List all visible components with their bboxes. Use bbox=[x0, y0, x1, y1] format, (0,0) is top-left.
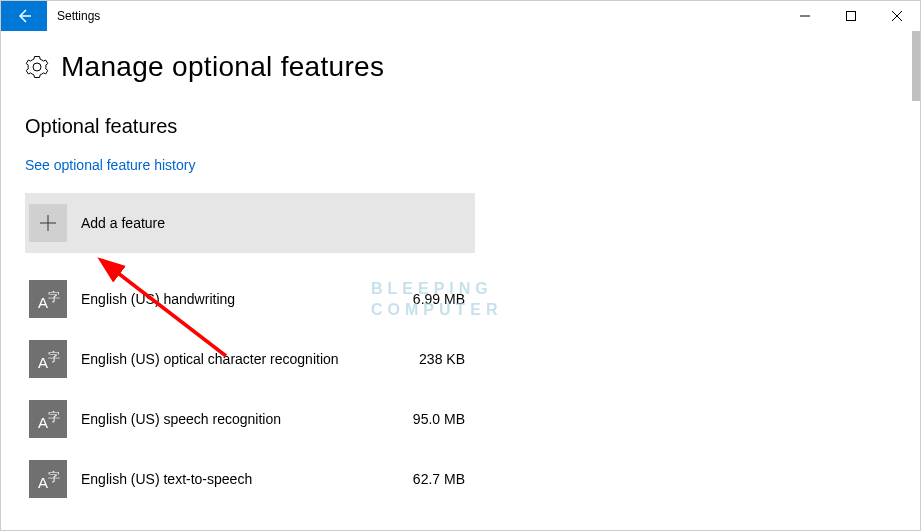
section-title: Optional features bbox=[25, 115, 896, 138]
language-icon: A字 bbox=[29, 340, 67, 378]
page-title: Manage optional features bbox=[61, 51, 384, 83]
language-icon: A字 bbox=[29, 460, 67, 498]
add-feature-label: Add a feature bbox=[81, 215, 165, 231]
feature-row[interactable]: A字 English (US) optical character recogn… bbox=[25, 329, 475, 389]
svg-text:字: 字 bbox=[48, 290, 60, 304]
titlebar: Settings bbox=[1, 1, 920, 31]
language-icon: A字 bbox=[29, 280, 67, 318]
feature-row[interactable]: A字 English (US) text-to-speech 62.7 MB bbox=[25, 449, 475, 509]
maximize-icon bbox=[846, 11, 856, 21]
minimize-icon bbox=[800, 11, 810, 21]
watermark: BLEEPING COMPUTER bbox=[371, 279, 503, 321]
window-controls bbox=[782, 1, 920, 31]
svg-text:字: 字 bbox=[48, 470, 60, 484]
svg-rect-0 bbox=[847, 12, 856, 21]
minimize-button[interactable] bbox=[782, 1, 828, 31]
add-feature-button[interactable]: Add a feature bbox=[25, 193, 475, 253]
svg-text:字: 字 bbox=[48, 350, 60, 364]
feature-size: 62.7 MB bbox=[413, 471, 465, 487]
close-icon bbox=[892, 11, 902, 21]
feature-history-link[interactable]: See optional feature history bbox=[25, 157, 195, 173]
svg-text:字: 字 bbox=[48, 410, 60, 424]
content-area: Manage optional features Optional featur… bbox=[1, 31, 920, 509]
gear-icon bbox=[25, 55, 49, 79]
feature-name: English (US) handwriting bbox=[81, 291, 413, 307]
svg-text:A: A bbox=[38, 414, 48, 431]
feature-name: English (US) optical character recogniti… bbox=[81, 351, 419, 367]
close-button[interactable] bbox=[874, 1, 920, 31]
feature-size: 238 KB bbox=[419, 351, 465, 367]
page-header: Manage optional features bbox=[25, 51, 896, 83]
language-icon: A字 bbox=[29, 400, 67, 438]
feature-row[interactable]: A字 English (US) speech recognition 95.0 … bbox=[25, 389, 475, 449]
back-arrow-icon bbox=[16, 8, 32, 24]
feature-name: English (US) text-to-speech bbox=[81, 471, 413, 487]
window-title: Settings bbox=[57, 9, 100, 23]
svg-text:A: A bbox=[38, 294, 48, 311]
back-button[interactable] bbox=[1, 1, 47, 31]
svg-text:A: A bbox=[38, 354, 48, 371]
plus-icon bbox=[38, 213, 58, 233]
add-icon-box bbox=[29, 204, 67, 242]
feature-list: Add a feature A字 English (US) handwritin… bbox=[25, 193, 475, 509]
feature-name: English (US) speech recognition bbox=[81, 411, 413, 427]
maximize-button[interactable] bbox=[828, 1, 874, 31]
feature-size: 95.0 MB bbox=[413, 411, 465, 427]
svg-text:A: A bbox=[38, 474, 48, 491]
